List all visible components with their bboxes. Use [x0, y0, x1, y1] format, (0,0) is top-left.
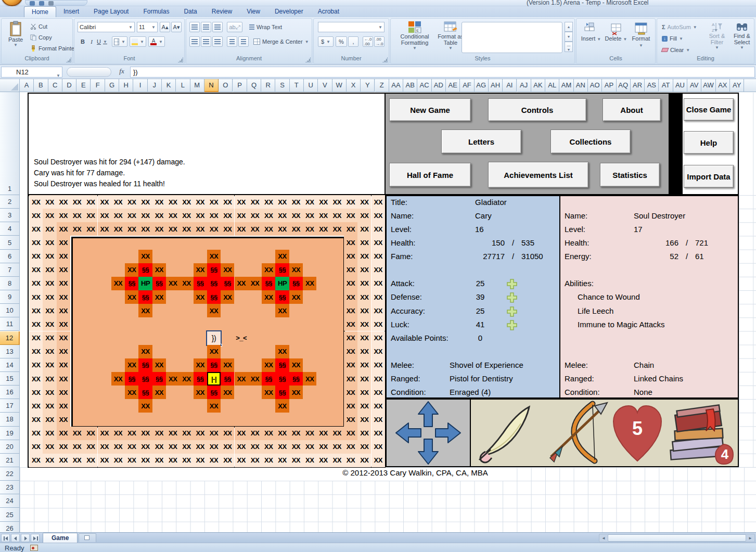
row-header-14[interactable]: 14 [0, 358, 20, 372]
column-header-AQ[interactable]: AQ [617, 79, 631, 92]
increase-stat-button[interactable] [506, 292, 518, 303]
accounting-format-button[interactable]: $▼ [318, 36, 334, 47]
format-cells-button[interactable]: Format ▼ [630, 22, 652, 48]
increase-indent-button[interactable] [238, 36, 249, 47]
row-header-6[interactable]: 6 [0, 250, 20, 263]
row-header-10[interactable]: 10 [0, 304, 20, 317]
row-header-15[interactable]: 15 [0, 372, 20, 386]
row-header-26[interactable]: 26 [0, 522, 20, 532]
font-dialog-launcher[interactable] [178, 57, 183, 62]
controls-button[interactable]: Controls [488, 98, 586, 121]
row-header-19[interactable]: 19 [0, 427, 20, 440]
column-header-U[interactable]: U [304, 79, 318, 92]
column-header-AV[interactable]: AV [687, 79, 701, 92]
percent-style-button[interactable]: % [336, 36, 347, 47]
letters-button[interactable]: Letters [441, 130, 521, 153]
alignment-dialog-launcher[interactable] [305, 57, 311, 62]
tab-developer[interactable]: Developer [267, 6, 311, 17]
column-header-I[interactable]: I [133, 79, 147, 92]
row-header-11[interactable]: 11 [0, 317, 20, 331]
shrink-font-button[interactable]: A▾ [171, 22, 182, 32]
tab-data[interactable]: Data [176, 6, 204, 17]
column-header-AC[interactable]: AC [417, 79, 431, 92]
row-header-1[interactable]: 1 [0, 92, 20, 195]
increase-stat-button[interactable] [506, 319, 518, 331]
row-header-3[interactable]: 3 [0, 209, 20, 222]
column-header-AM[interactable]: AM [559, 79, 573, 92]
prev-sheet-button[interactable] [11, 534, 20, 542]
clipboard-dialog-launcher[interactable] [66, 57, 71, 62]
undo-icon[interactable] [39, 1, 44, 6]
quick-access-toolbar[interactable] [25, 0, 87, 6]
sort-filter-button[interactable]: AZ Sort & Filter▼ [705, 21, 729, 50]
column-header-Y[interactable]: Y [361, 79, 375, 92]
macro-record-icon[interactable] [30, 545, 38, 551]
column-header-AR[interactable]: AR [631, 79, 645, 92]
insert-worksheet-tab[interactable] [79, 533, 96, 542]
gallery-scroll-down-icon[interactable]: ▼ [565, 32, 573, 42]
scrollbar-thumb[interactable] [608, 534, 746, 542]
empty-cells-right-row1[interactable] [739, 93, 756, 195]
column-header-AY[interactable]: AY [730, 79, 744, 92]
tab-view[interactable]: View [239, 6, 267, 17]
find-select-button[interactable]: Find & Select▼ [730, 21, 754, 50]
column-header-AP[interactable]: AP [602, 79, 616, 92]
column-header-AE[interactable]: AE [446, 79, 460, 92]
column-header-AH[interactable]: AH [489, 79, 503, 92]
increase-stat-button[interactable] [506, 306, 518, 317]
row-header-20[interactable]: 20 [0, 440, 20, 454]
increase-decimal-button[interactable]: ←.0.00 [363, 36, 373, 47]
column-header-AI[interactable]: AI [503, 79, 517, 92]
copy-button[interactable]: Copy [29, 32, 54, 43]
underline-button[interactable]: U▼ [96, 36, 108, 47]
column-header-E[interactable]: E [76, 79, 91, 92]
font-name-select[interactable]: Calibri▼ [78, 22, 135, 32]
empty-cells-right[interactable] [739, 195, 756, 467]
column-header-W[interactable]: W [332, 79, 347, 92]
column-header-F[interactable]: F [91, 79, 105, 92]
column-header-AA[interactable]: AA [389, 79, 403, 92]
row-header-24[interactable]: 24 [0, 494, 20, 508]
column-header-P[interactable]: P [233, 79, 247, 92]
column-header-V[interactable]: V [318, 79, 332, 92]
column-header-AU[interactable]: AU [673, 79, 687, 92]
scroll-left-icon[interactable]: ◄ [601, 536, 606, 541]
wrap-text-button[interactable]: Wrap Text [248, 22, 284, 32]
column-header-AB[interactable]: AB [403, 79, 417, 92]
font-color-button[interactable]: A▼ [148, 36, 165, 47]
column-header-C[interactable]: C [48, 79, 62, 92]
align-top-button[interactable] [189, 22, 200, 32]
format-painter-button[interactable]: Format Painter [29, 43, 78, 54]
tab-formulas[interactable]: Formulas [136, 6, 176, 17]
borders-button[interactable]: ▼ [112, 36, 127, 47]
column-header-AF[interactable]: AF [460, 79, 474, 92]
column-header-T[interactable]: T [290, 79, 304, 92]
column-header-AL[interactable]: AL [545, 79, 559, 92]
column-header-J[interactable]: J [148, 79, 162, 92]
column-header-O[interactable]: O [219, 79, 233, 92]
row-header-13[interactable]: 13 [0, 345, 20, 358]
column-header-AJ[interactable]: AJ [517, 79, 531, 92]
achievements-list-button[interactable]: Achievements List [488, 162, 588, 188]
column-header-AT[interactable]: AT [659, 79, 673, 92]
statistics-button[interactable]: Statistics [600, 163, 660, 187]
tab-review[interactable]: Review [204, 6, 239, 17]
row-header-5[interactable]: 5 [0, 236, 20, 249]
align-left-button[interactable] [189, 36, 200, 47]
insert-cells-button[interactable]: Insert ▼ [580, 22, 603, 42]
orientation-button[interactable]: ab⤢ [227, 22, 242, 32]
cell-styles-gallery[interactable] [462, 22, 562, 53]
align-bottom-button[interactable] [212, 22, 223, 32]
column-header-AW[interactable]: AW [701, 79, 715, 92]
clear-button[interactable]: Clear▼ [660, 45, 691, 55]
row-header-25[interactable]: 25 [0, 508, 20, 521]
row-header-9[interactable]: 9 [0, 290, 20, 304]
formula-input[interactable]: }) [130, 67, 755, 78]
italic-button[interactable]: I [88, 36, 95, 47]
increase-stat-button[interactable] [506, 278, 518, 290]
about-button[interactable]: About [603, 98, 661, 121]
column-header-R[interactable]: R [261, 79, 275, 92]
column-header-Q[interactable]: Q [247, 79, 261, 92]
font-size-select[interactable]: 11▼ [137, 22, 158, 32]
row-header-7[interactable]: 7 [0, 263, 20, 277]
